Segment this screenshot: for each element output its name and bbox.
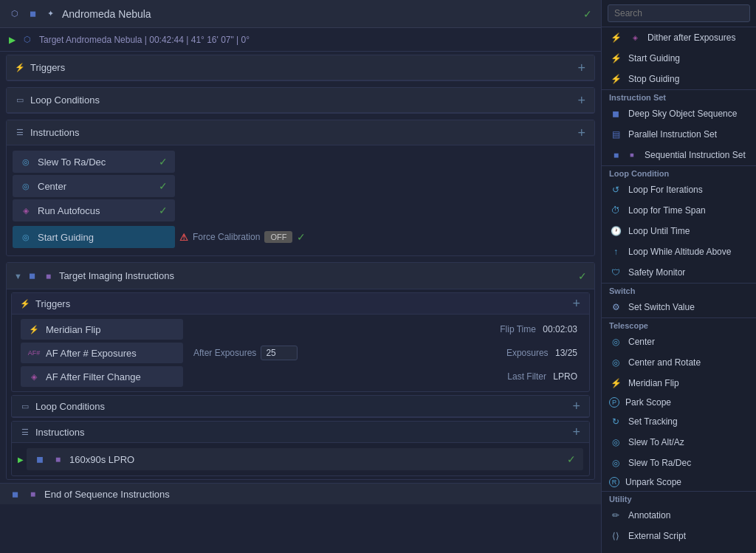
af-exposures-icon: AF# — [28, 347, 40, 359]
instructions-section: ☰ Instructions + ◎ Slew To Ra/Dec ✓ ◎ Ce… — [6, 120, 595, 256]
inner-loop-add-button[interactable]: + — [571, 399, 582, 413]
loop-altitude-icon: ↑ — [609, 245, 622, 258]
sidebar-item-dither[interactable]: ⚡ ◈ Dither after Exposures — [602, 27, 756, 48]
header-check: ✓ — [583, 8, 592, 20]
triggers-icon: ⚡ — [14, 62, 26, 74]
lpro-cube-icon2: ◼ — [52, 453, 63, 465]
sidebar-item-center-rotate[interactable]: ◎ Center and Rotate — [602, 352, 756, 373]
sequence-header-left: ⬡ ◼ ✦ Andromeda Nebula — [9, 8, 151, 20]
loop-until-time-label: Loop Until Time — [628, 226, 690, 236]
sidebar-item-loop-iterations[interactable]: ↺ Loop For Iterations — [602, 179, 756, 200]
sidebar-item-deep-sky[interactable]: ◼ Deep Sky Object Sequence — [602, 103, 756, 124]
dither-label: Dither after Exposures — [647, 32, 735, 43]
sidebar-item-parallel[interactable]: ▤ Parallel Instruction Set — [602, 124, 756, 145]
bottom-bar: ◼ ◼ End of Sequence Instructions — [0, 483, 601, 504]
star-icon: ✦ — [44, 8, 56, 20]
inner-instructions-content: ▶ ◼ ◼ 160x90s LPRO ✓ — [12, 443, 589, 475]
force-calibration-label: Force Calibration — [193, 232, 260, 242]
guiding-label: Start Guiding — [38, 232, 168, 243]
inner-triggers-add-button[interactable]: + — [571, 297, 582, 310]
sidebar-item-set-tracking[interactable]: ↻ Set Tracking — [602, 411, 756, 432]
sidebar-item-loop-until-time[interactable]: 🕐 Loop Until Time — [602, 221, 756, 241]
sidebar-item-slew-altaz[interactable]: ◎ Slew To Alt/Az — [602, 432, 756, 453]
triggers-add-button[interactable]: + — [576, 61, 587, 75]
sidebar-item-set-switch[interactable]: ⚙ Set Switch Value — [602, 297, 756, 317]
sidebar-item-external-script[interactable]: ⟨⟩ External Script — [602, 526, 756, 546]
warning-icon: ⚠ — [179, 232, 188, 243]
loop-conditions-header-left: ▭ Loop Conditions — [14, 95, 100, 106]
trigger-item-af-exposures[interactable]: AF# AF After # Exposures — [21, 343, 183, 363]
after-exposures-input[interactable] — [261, 346, 298, 360]
trigger-item-meridian[interactable]: ⚡ Meridian Flip — [21, 319, 183, 340]
slew-radec-label: Slew To Ra/Dec — [628, 458, 691, 468]
sidebar-item-safety-monitor[interactable]: 🛡 Safety Monitor — [602, 262, 756, 283]
category-utility: Utility — [602, 491, 756, 505]
message-box-icon: ▭ — [609, 550, 622, 553]
sidebar-item-stop-guiding[interactable]: ⚡ Stop Guiding — [602, 69, 756, 89]
expand-arrow[interactable]: ▼ — [14, 272, 22, 281]
af-meta-label: Exposures — [506, 348, 549, 358]
sidebar-item-slew-radec[interactable]: ◎ Slew To Ra/Dec — [602, 453, 756, 473]
park-scope-label: Park Scope — [625, 397, 671, 408]
inner-instructions-add-button[interactable]: + — [571, 425, 582, 439]
sidebar-item-unpark[interactable]: R Unpark Scope — [602, 473, 756, 491]
instruction-item-slew[interactable]: ◎ Slew To Ra/Dec ✓ — [13, 151, 175, 173]
sidebar-search-input[interactable] — [608, 4, 750, 22]
target-cube-icon1: ◼ — [27, 270, 38, 282]
sidebar-item-center[interactable]: ◎ Center — [602, 332, 756, 352]
loop-conditions-add-button[interactable]: + — [576, 94, 587, 107]
category-telescope: Telescope — [602, 317, 756, 332]
bottom-label: End of Sequence Instructions — [44, 489, 170, 500]
instruction-item-guiding[interactable]: ◎ Start Guiding — [13, 226, 175, 248]
loop-timespan-label: Loop for Time Span — [628, 205, 706, 216]
inner-triggers-content: ⚡ Meridian Flip Flip Time 00:02:03 AF# A… — [12, 315, 589, 391]
af-meta-value: 13/25 — [555, 348, 577, 358]
target-imaging-title: Target Imaging Instructions — [59, 270, 174, 281]
loop-conditions-icon: ▭ — [14, 95, 26, 106]
start-guiding-row: ◎ Start Guiding ⚠ Force Calibration OFF … — [13, 224, 588, 250]
bottom-cube-icon2: ◼ — [27, 488, 38, 500]
instructions-header: ☰ Instructions + — [7, 120, 594, 145]
sidebar-top-items: ⚡ ◈ Dither after Exposures ⚡ Start Guidi… — [602, 27, 756, 89]
sidebar-item-loop-altitude[interactable]: ↑ Loop While Altitude Above — [602, 241, 756, 262]
instruction-item-lpro[interactable]: ◼ ◼ 160x90s LPRO ✓ — [27, 448, 583, 470]
sidebar-item-message-box[interactable]: ▭ Message Box — [602, 546, 756, 553]
sidebar-search-container — [602, 0, 756, 27]
guiding-icon: ◎ — [20, 231, 32, 243]
target-row: ▶ ⬡ Target Andromeda Nebula | 00:42:44 |… — [0, 28, 601, 52]
sidebar-item-loop-timespan[interactable]: ⏱ Loop for Time Span — [602, 200, 756, 221]
sidebar-item-annotation[interactable]: ✏ Annotation — [602, 505, 756, 526]
slew-check: ✓ — [159, 156, 168, 168]
sidebar-item-park-scope[interactable]: P Park Scope — [602, 394, 756, 411]
inner-triggers-section: ⚡ Triggers + ⚡ Meridian Flip Flip Time 0… — [11, 292, 590, 392]
triggers-header-left: ⚡ Triggers — [14, 62, 65, 74]
sequential-label: Sequential Instruction Set — [645, 150, 746, 160]
loop-conditions-section: ▭ Loop Conditions + — [6, 87, 595, 114]
af-exposures-row: AF# AF After # Exposures After Exposures… — [16, 341, 585, 365]
trigger-item-af-filter[interactable]: ◈ AF After Filter Change — [21, 366, 183, 387]
loop-iterations-icon: ↺ — [609, 183, 622, 196]
instructions-add-button[interactable]: + — [576, 126, 587, 140]
instruction-item-autofocus[interactable]: ◈ Run Autofocus ✓ — [13, 199, 175, 221]
lpro-play-button[interactable]: ▶ — [18, 456, 24, 464]
meridian-meta-label: Flip Time — [500, 324, 536, 334]
force-calibration-toggle[interactable]: OFF — [264, 231, 292, 243]
center-icon: ◎ — [20, 180, 32, 192]
inner-loop-conditions-header: ▭ Loop Conditions + — [12, 396, 589, 417]
safety-monitor-icon: 🛡 — [609, 266, 622, 279]
instructions-icon: ☰ — [14, 127, 26, 139]
sidebar-item-sequential[interactable]: ◼ ◼ Sequential Instruction Set — [602, 145, 756, 165]
meridian-meta-value: 00:02:03 — [543, 324, 577, 334]
sidebar-item-start-guiding[interactable]: ⚡ Start Guiding — [602, 48, 756, 69]
inner-instructions-title: Instructions — [35, 427, 84, 438]
af-exposures-label: AF After # Exposures — [46, 348, 137, 359]
play-button[interactable]: ▶ — [9, 35, 16, 45]
category-instruction-set: Instruction Set — [602, 89, 756, 103]
dither-sub-icon: ◈ — [628, 31, 642, 44]
inner-instructions-header: ☰ Instructions + — [12, 422, 589, 443]
meridian-flip-icon: ⚡ — [609, 377, 622, 390]
inner-instructions-icon: ☰ — [19, 426, 31, 438]
sidebar-item-meridian-flip[interactable]: ⚡ Meridian Flip — [602, 373, 756, 394]
af-filter-label: AF After Filter Change — [46, 371, 141, 382]
instruction-item-center[interactable]: ◎ Center ✓ — [13, 175, 175, 197]
